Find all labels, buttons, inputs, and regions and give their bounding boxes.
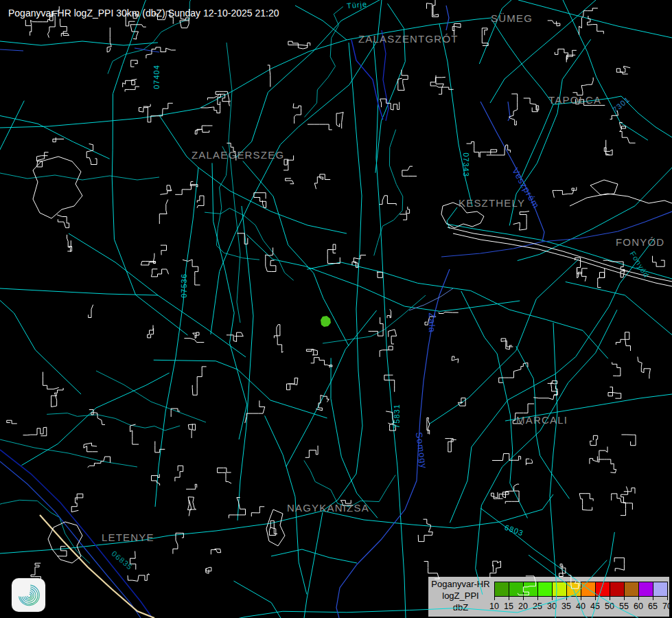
city-label: ZALASZENTGRÓT [358, 33, 459, 45]
city-label: FONYÓD [616, 236, 664, 248]
radar-title: Poganyvar-HR logZ_PPI 30km (dbZ) Sunday … [8, 8, 279, 19]
road-number-label: Fonyód [629, 250, 651, 279]
legend-unit: dbZ [428, 602, 493, 613]
legend-tick-mark [509, 597, 509, 600]
legend-panel: Poganyvar-HR logZ_PPI dbZ 10152025303540… [427, 575, 671, 618]
city-label: KESZTHELY [459, 197, 525, 209]
city-label: LETENYE [102, 531, 154, 543]
legend-tick-mark [638, 597, 639, 600]
hungaromet-logo [12, 578, 45, 612]
map-roads-layer [0, 0, 672, 618]
road-number-label: 07536 [180, 273, 188, 298]
precipitation-echo [321, 316, 331, 327]
radar-echo-layer [321, 316, 331, 327]
legend-tick-mark [523, 597, 524, 600]
legend-tick-mark [494, 597, 495, 600]
legend-tick-mark [552, 597, 553, 600]
road-number-label: 7301 [611, 95, 632, 114]
county-label: Zala [427, 312, 437, 332]
city-label: MARCALI [516, 414, 568, 426]
road-number-label: 06835 [111, 549, 135, 571]
map-settlements-layer [7, 0, 672, 595]
city-label: NAGYKANIZSA [287, 502, 369, 514]
legend-swatch [552, 582, 566, 597]
road-number-label: 07404 [152, 65, 161, 89]
legend-swatch [595, 582, 610, 597]
legend-text: Poganyvar-HR logZ_PPI dbZ [428, 578, 493, 613]
legend-tick-mark [566, 597, 567, 600]
city-label: ZALAEGERSZEG [192, 149, 284, 161]
road-number-label: 75831 [393, 404, 401, 428]
legend-swatch [581, 582, 595, 597]
legend-tick-mark [624, 597, 625, 600]
legend-colorbar [494, 582, 668, 597]
legend-swatch [523, 582, 537, 597]
legend-swatch [653, 582, 668, 597]
county-label: Somogy [414, 431, 429, 469]
legend-swatch [638, 582, 653, 597]
road-number-label: 6803 [504, 523, 525, 537]
legend-tick-mark [581, 597, 581, 600]
legend-swatch [509, 582, 523, 597]
legend-swatch [624, 582, 638, 597]
road-number-label: 07343 [462, 152, 470, 177]
city-label: TAPOLCA [548, 94, 601, 106]
radar-map-canvas [0, 0, 672, 618]
legend-station: Poganyvar-HR [428, 578, 493, 590]
legend-swatch [494, 582, 509, 597]
map-rivers-layer [0, 0, 426, 563]
legend-tick-mark [667, 597, 668, 600]
map-labels-layer: SÜMEGZALASZENTGRÓTTAPOLCAZALAEGERSZEGKES… [0, 0, 672, 618]
legend-tick-mark [595, 597, 596, 600]
legend-product: logZ_PPI [428, 590, 493, 602]
legend-tick-mark [653, 597, 653, 600]
spiral-logo-icon [14, 581, 43, 610]
legend-swatch [537, 582, 552, 597]
legend-swatch [610, 582, 624, 597]
legend-swatch [566, 582, 581, 597]
city-label: SÜMEG [491, 12, 533, 24]
legend-tick-mark [537, 597, 538, 600]
legend-tick-mark [610, 597, 610, 600]
legend-tick-label: 70 [658, 602, 672, 611]
road-number-label: Türje [346, 0, 367, 10]
radar-viewer: Poganyvar-HR logZ_PPI 30km (dbZ) Sunday … [0, 0, 672, 618]
map-borders-layer [0, 5, 672, 618]
county-label: Veszprém [510, 166, 542, 210]
